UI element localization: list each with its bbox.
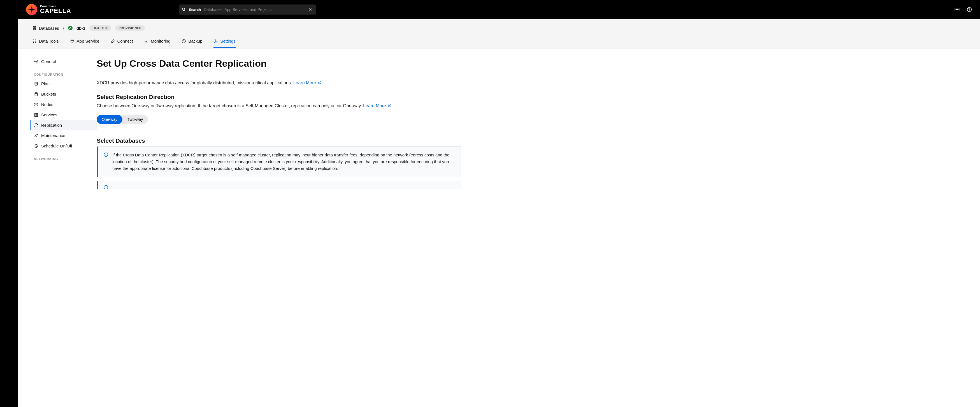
logo[interactable]: Couchbase CAPELLA [26, 4, 71, 15]
sidebar-item-general[interactable]: General [30, 56, 97, 67]
nodes-icon [34, 102, 38, 107]
sidebar-item-schedule[interactable]: Schedule On/Off [30, 141, 97, 151]
direction-toggle: One-way Two-way [97, 115, 148, 124]
breadcrumb-databases[interactable]: Databases [32, 26, 59, 30]
svg-rect-19 [37, 113, 38, 115]
backup-icon [181, 39, 186, 43]
external-link-icon [318, 81, 321, 85]
settings-sidebar: General CONFIGURATION Plan Buckets Nodes [18, 48, 97, 407]
tab-app-service[interactable]: App Service [70, 39, 99, 48]
sidebar-item-buckets[interactable]: Buckets [30, 89, 97, 99]
health-badge: HEALTHY [89, 25, 111, 31]
help-icon[interactable] [967, 7, 972, 12]
search-label: Search [189, 8, 201, 12]
breadcrumb-db-name[interactable]: db-1 [76, 26, 86, 30]
breadcrumb-separator: / [63, 26, 64, 30]
sidebar-item-nodes[interactable]: Nodes [30, 99, 97, 110]
sidebar-item-label: Nodes [41, 102, 53, 107]
learn-more-direction-link[interactable]: Learn More [363, 104, 391, 108]
settings-icon [213, 39, 218, 43]
sidebar-item-maintenance[interactable]: Maintenance [30, 130, 97, 141]
sidebar-item-label: Plan [41, 81, 49, 86]
data-tools-icon [32, 39, 37, 43]
direction-heading: Select Replication Direction [97, 94, 461, 101]
logo-maintext: CAPELLA [40, 8, 71, 14]
gear-icon [34, 59, 38, 64]
external-link-icon [388, 104, 391, 107]
search-clear-icon[interactable]: ✕ [308, 7, 313, 12]
sidebar-item-label: Schedule On/Off [41, 144, 72, 148]
monitoring-icon [144, 39, 148, 43]
svg-rect-20 [35, 115, 36, 117]
sidebar-section-networking: NETWORKING [30, 151, 97, 163]
tab-settings[interactable]: Settings [213, 39, 235, 48]
sidebar-section-config: CONFIGURATION [30, 67, 97, 78]
direction-sub: Choose between One-way or Two-way replic… [97, 102, 461, 109]
capella-logo-icon [26, 4, 37, 15]
search-input[interactable] [204, 7, 305, 12]
maintenance-icon [34, 133, 38, 138]
svg-point-6 [958, 9, 958, 10]
tab-row: Data Tools App Service Connect Monitorin… [18, 35, 980, 48]
replication-icon [34, 123, 38, 128]
intro-paragraph: XDCR provides high-performance data acce… [97, 80, 461, 86]
sidebar-item-label: General [41, 59, 56, 64]
breadcrumb: Databases / ✓ db-1 HEALTHY PROVISIONED [18, 19, 980, 35]
sidebar-item-label: Replication [41, 123, 62, 128]
svg-point-15 [35, 93, 37, 94]
info-icon [103, 152, 108, 157]
plan-icon [34, 81, 38, 86]
provision-badge: PROVISIONED [115, 25, 145, 31]
tab-backup[interactable]: Backup [181, 39, 202, 48]
topbar: Couchbase CAPELLA Search ✕ [18, 0, 980, 19]
svg-point-8 [969, 10, 970, 11]
svg-point-5 [957, 9, 958, 10]
svg-rect-21 [37, 115, 38, 117]
learn-more-link[interactable]: Learn More [293, 80, 321, 85]
svg-point-12 [215, 41, 216, 42]
search-bar[interactable]: Search ✕ [179, 5, 316, 14]
bucket-icon [34, 92, 38, 96]
info-box-partial [97, 181, 461, 189]
info-icon [103, 185, 108, 189]
sidebar-item-label: Buckets [41, 92, 56, 96]
svg-point-9 [33, 26, 36, 27]
svg-rect-16 [35, 103, 38, 104]
services-icon [34, 113, 38, 117]
tab-data-tools[interactable]: Data Tools [32, 39, 59, 48]
connect-icon [110, 39, 115, 43]
sidebar-item-plan[interactable]: Plan [30, 78, 97, 89]
status-check-icon: ✓ [68, 26, 73, 30]
tab-monitoring[interactable]: Monitoring [144, 39, 170, 48]
info-box-xdcr: If the Cross Data Center Replication (XD… [97, 146, 461, 177]
toggle-one-way[interactable]: One-way [97, 115, 123, 124]
schedule-icon [34, 144, 38, 148]
left-rail [0, 0, 18, 407]
sidebar-item-replication[interactable]: Replication [30, 120, 97, 130]
svg-point-1 [182, 8, 185, 11]
svg-line-2 [185, 10, 185, 11]
sidebar-item-services[interactable]: Services [30, 110, 97, 120]
databases-heading: Select Databases [97, 137, 461, 144]
sidebar-item-label: Services [41, 112, 57, 117]
info-text: If the Cross Data Center Replication (XD… [112, 152, 455, 172]
search-icon [181, 7, 186, 12]
svg-rect-18 [35, 113, 36, 115]
subheader: Databases / ✓ db-1 HEALTHY PROVISIONED D… [18, 19, 980, 48]
credits-icon[interactable] [954, 7, 960, 12]
database-icon [32, 26, 37, 30]
tab-connect[interactable]: Connect [110, 39, 133, 48]
toggle-two-way[interactable]: Two-way [123, 115, 148, 124]
sidebar-item-label: Maintenance [41, 133, 65, 138]
svg-rect-17 [35, 105, 38, 106]
svg-point-4 [956, 9, 956, 10]
svg-point-13 [36, 61, 37, 62]
svg-rect-10 [71, 40, 74, 42]
app-service-icon [70, 39, 75, 43]
main-content: Set Up Cross Data Center Replication XDC… [97, 48, 461, 407]
page-title: Set Up Cross Data Center Replication [97, 58, 461, 69]
